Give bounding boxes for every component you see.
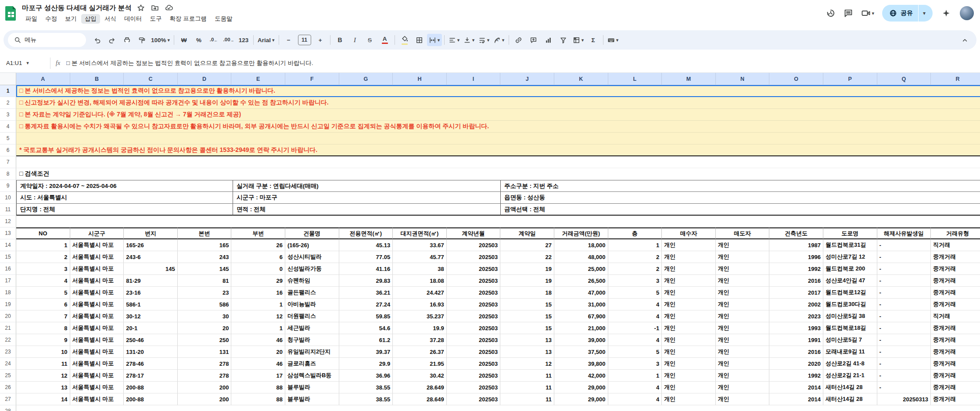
table-cell[interactable]: 골든팰리스 xyxy=(285,287,339,299)
version-history-button[interactable] xyxy=(826,7,836,19)
table-cell[interactable]: 19 xyxy=(500,263,554,275)
table-column-header[interactable]: 전용면적(㎡) xyxy=(339,227,393,239)
sheets-logo-icon[interactable] xyxy=(4,6,18,21)
condition-cell[interactable]: 주소구분 : 지번 주소 xyxy=(500,180,980,192)
table-cell[interactable]: 42,000 xyxy=(554,370,608,382)
row-header-25[interactable]: 25 xyxy=(0,370,16,382)
menu-view[interactable]: 보기 xyxy=(61,14,80,24)
table-column-header[interactable]: 본번 xyxy=(178,227,232,239)
table-column-header[interactable]: 시군구 xyxy=(70,227,124,239)
menu-edit[interactable]: 수정 xyxy=(42,14,61,24)
row-header-22[interactable]: 22 xyxy=(0,334,16,346)
table-cell[interactable]: 30-12 xyxy=(124,310,178,322)
table-cell[interactable]: - xyxy=(877,275,931,287)
row-header-4[interactable]: 4 xyxy=(0,121,16,133)
format-currency-button[interactable]: ₩ xyxy=(176,34,191,46)
table-cell[interactable]: 38 xyxy=(393,263,447,275)
table-cell[interactable]: 19.9 xyxy=(393,322,447,334)
table-cell[interactable]: 21.95 xyxy=(393,358,447,370)
table-cell[interactable]: 1 xyxy=(608,370,662,382)
table-column-header[interactable]: 건축년도 xyxy=(769,227,823,239)
table-cell[interactable]: 월드컵북로31길 xyxy=(823,239,877,251)
table-column-header[interactable]: 부번 xyxy=(231,227,285,239)
table-cell[interactable]: 16.93 xyxy=(393,299,447,310)
notice-cell-A2[interactable]: □ 신고정보가 실시간 변경, 해제되어 제공시점에 따라 공개건수 및 내용이… xyxy=(16,97,980,109)
table-cell[interactable]: 250-46 xyxy=(124,334,178,346)
table-cell[interactable]: 28.649 xyxy=(393,393,447,405)
table-cell[interactable]: 48,000 xyxy=(554,251,608,263)
table-cell[interactable]: 278 xyxy=(178,358,232,370)
table-cell[interactable]: - xyxy=(877,287,931,299)
insert-comment-button[interactable] xyxy=(526,34,541,46)
table-cell[interactable]: 28.649 xyxy=(393,382,447,393)
table-cell[interactable]: 29 xyxy=(231,275,285,287)
table-cell[interactable]: 46 xyxy=(231,358,285,370)
table-cell[interactable]: 신성빌라가동 xyxy=(285,263,339,275)
table-cell[interactable]: 20 xyxy=(178,322,232,334)
notice-cell-A3[interactable]: □ 본 자료는 계약일 기준입니다. (※ 7월 계약, 8월 신고건 → 7월… xyxy=(16,109,980,121)
table-cell[interactable]: 1987 xyxy=(769,239,823,251)
table-cell[interactable]: 6 xyxy=(16,299,70,310)
column-header-B[interactable]: B xyxy=(70,73,124,85)
table-cell[interactable]: 14 xyxy=(16,393,70,405)
table-cell[interactable]: 2017 xyxy=(769,287,823,299)
table-cell[interactable]: 45.77 xyxy=(393,251,447,263)
table-cell[interactable]: 12 xyxy=(231,310,285,322)
table-column-header[interactable]: NO xyxy=(16,227,70,239)
table-cell[interactable]: 서울특별시 마포 xyxy=(70,358,124,370)
input-tools-button[interactable]: ▾ xyxy=(606,34,621,46)
table-cell[interactable]: -1 xyxy=(608,322,662,334)
table-column-header[interactable]: 층 xyxy=(608,227,662,239)
table-cell[interactable]: 41.16 xyxy=(339,263,393,275)
table-cell[interactable]: 16 xyxy=(231,287,285,299)
formula-input[interactable]: □ 본 서비스에서 제공하는 정보는 법적인 효력이 없으므로 참고용으로만 활… xyxy=(66,59,313,67)
table-cell[interactable]: 202503 xyxy=(447,382,501,393)
column-header-M[interactable]: M xyxy=(662,73,716,85)
table-column-header[interactable]: 건물명 xyxy=(285,227,339,239)
table-cell[interactable]: 개인 xyxy=(716,358,770,370)
condition-cell[interactable]: 면적 : 전체 xyxy=(233,204,500,216)
table-cell[interactable]: 202503 xyxy=(447,299,501,310)
table-cell[interactable]: 37.28 xyxy=(393,334,447,346)
table-cell[interactable]: 13 xyxy=(16,382,70,393)
table-cell[interactable]: 중개거래 xyxy=(931,334,980,346)
table-cell[interactable]: 새터산14길 28 xyxy=(823,393,877,405)
table-cell[interactable]: 중개거래 xyxy=(931,370,980,382)
table-cell[interactable]: - xyxy=(877,263,931,275)
table-cell[interactable]: 21,000 xyxy=(554,322,608,334)
row-header-2[interactable]: 2 xyxy=(0,97,16,109)
table-cell[interactable]: 개인 xyxy=(662,334,716,346)
table-cell[interactable]: 27.24 xyxy=(339,299,393,310)
italic-button[interactable]: I xyxy=(348,34,363,46)
table-cell[interactable]: 200-88 xyxy=(124,382,178,393)
table-cell[interactable]: 중개거래 xyxy=(931,263,980,275)
table-cell[interactable]: 3 xyxy=(608,275,662,287)
undo-button[interactable] xyxy=(90,34,104,46)
table-cell[interactable]: 서울특별시 마포 xyxy=(70,263,124,275)
table-cell[interactable]: 202503 xyxy=(447,310,501,322)
table-cell[interactable]: 1993 xyxy=(769,322,823,334)
table-cell[interactable]: 9 xyxy=(16,334,70,346)
table-cell[interactable]: 20250313 xyxy=(877,393,931,405)
menu-help[interactable]: 도움말 xyxy=(211,14,236,24)
row-header-26[interactable]: 26 xyxy=(0,382,16,393)
column-header-C[interactable]: C xyxy=(124,73,178,85)
notice-cell-A6[interactable]: * 국토교통부 실거래가 공개시스템의 궁금하신 점이나 문의사항은 콜센터 1… xyxy=(16,144,980,156)
table-cell[interactable]: 2014 xyxy=(769,393,823,405)
table-cell[interactable]: 38.55 xyxy=(339,393,393,405)
table-cell[interactable]: 202503 xyxy=(447,358,501,370)
table-cell[interactable]: 서울특별시 마포 xyxy=(70,310,124,322)
table-cell[interactable]: 37,500 xyxy=(554,346,608,358)
condition-cell[interactable]: 계약일자 : 2024-04-07 ~ 2025-04-06 xyxy=(16,180,233,192)
table-column-header[interactable]: 거래금액(만원) xyxy=(554,227,608,239)
select-all-corner[interactable] xyxy=(0,73,16,85)
table-cell[interactable]: 1 xyxy=(608,239,662,251)
table-cell[interactable]: 202503 xyxy=(447,275,501,287)
column-header-R[interactable]: R xyxy=(931,73,980,85)
table-cell[interactable]: 개인 xyxy=(662,310,716,322)
table-column-header[interactable]: 계약년월 xyxy=(447,227,501,239)
column-header-O[interactable]: O xyxy=(769,73,823,85)
table-cell[interactable]: (165-26) xyxy=(285,239,339,251)
table-cell[interactable]: 월드컵북로18길 xyxy=(823,322,877,334)
table-cell[interactable]: 1991 xyxy=(769,334,823,346)
